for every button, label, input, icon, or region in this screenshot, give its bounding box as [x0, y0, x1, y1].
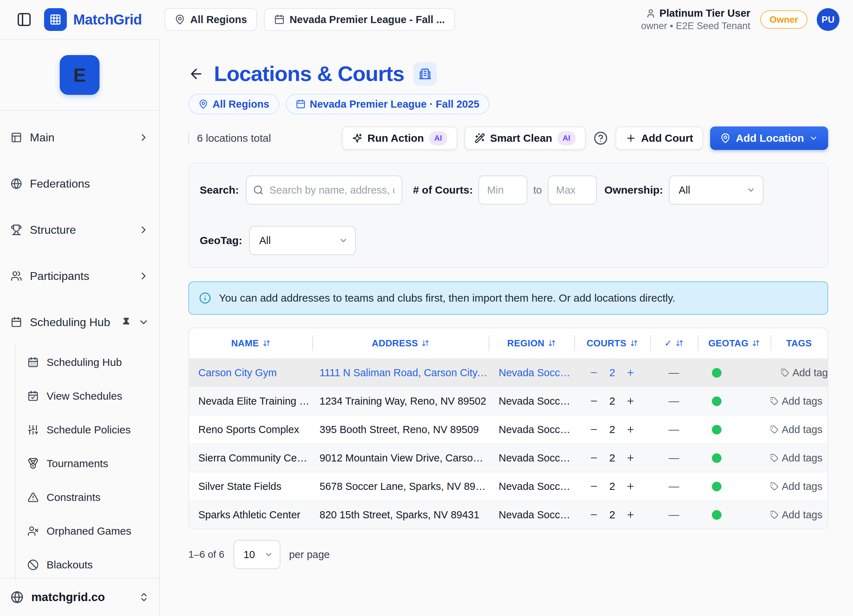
- courts-count: 2: [609, 480, 615, 492]
- increase-courts-button[interactable]: [626, 368, 635, 377]
- sidebar-subitem-constraints[interactable]: Constraints: [16, 480, 159, 514]
- sidebar-subitem-orphaned-games[interactable]: Orphaned Games: [16, 514, 159, 548]
- location-region-link[interactable]: Nevada Soccer ...: [489, 481, 574, 492]
- courts-stepper: 2: [574, 452, 650, 464]
- geotag-status-dot[interactable]: [712, 510, 721, 520]
- tenant-logo[interactable]: E: [60, 55, 100, 95]
- smart-clean-button[interactable]: Smart Clean AI: [464, 126, 586, 150]
- increase-courts-button[interactable]: [626, 425, 635, 434]
- geotag-status-dot[interactable]: [712, 425, 721, 434]
- location-name-link[interactable]: Silver State Fields: [189, 481, 313, 492]
- season-selector-pill[interactable]: Nevada Premier League - Fall ...: [264, 8, 455, 31]
- geotag-status-dot[interactable]: [712, 453, 721, 463]
- add-tags-button[interactable]: Add tags: [771, 509, 823, 521]
- sidebar-subitem-blackouts[interactable]: Blackouts: [16, 548, 159, 581]
- sidebar-subitem-tournaments[interactable]: Tournaments: [16, 446, 159, 480]
- geotag-status-dot[interactable]: [712, 368, 721, 378]
- geotag-status-dot[interactable]: [712, 397, 721, 406]
- location-region-link[interactable]: Nevada Soccer ...: [489, 509, 574, 521]
- avatar[interactable]: PU: [817, 8, 839, 31]
- column-header-verified[interactable]: ✓: [650, 328, 698, 358]
- table-row[interactable]: Carson City Gym1111 N Saliman Road, Cars…: [189, 358, 827, 386]
- sidebar-subitem-view-schedules[interactable]: View Schedules: [16, 379, 159, 413]
- pin-icon[interactable]: [121, 317, 132, 327]
- sidebar-item-federations[interactable]: Federations: [0, 160, 159, 207]
- courts-count: 2: [609, 366, 615, 379]
- decrease-courts-button[interactable]: [589, 510, 598, 519]
- column-header-courts[interactable]: COURTS: [574, 328, 650, 358]
- decrease-courts-button[interactable]: [589, 453, 598, 463]
- geotag-label: GeoTag:: [200, 235, 242, 247]
- location-address-link[interactable]: 1234 Training Way, Reno, NV 89502: [313, 395, 489, 407]
- verified-empty-dash: —: [669, 480, 679, 492]
- location-name-link[interactable]: Sparks Athletic Center: [189, 509, 313, 521]
- sidebar-item-structure[interactable]: Structure: [0, 207, 159, 253]
- column-header-tags[interactable]: TAGS: [771, 328, 827, 358]
- add-tags-button[interactable]: Add tags: [781, 367, 828, 379]
- sidebar-item-scheduling-hub[interactable]: Scheduling Hub: [0, 299, 159, 345]
- per-page-select[interactable]: 10: [234, 540, 281, 569]
- back-button[interactable]: [188, 66, 204, 82]
- location-address-link[interactable]: 9012 Mountain View Drive, Carson City, .…: [313, 452, 489, 464]
- decrease-courts-button[interactable]: [589, 397, 598, 406]
- add-tags-button[interactable]: Add tags: [771, 452, 823, 464]
- column-header-name[interactable]: NAME: [189, 328, 313, 358]
- run-action-button[interactable]: Run Action AI: [342, 126, 457, 150]
- location-region-link[interactable]: Nevada Soccer ...: [489, 395, 574, 407]
- season-scope-chip[interactable]: Nevada Premier League · Fall 2025: [286, 94, 489, 114]
- trophy-icon: [11, 224, 22, 236]
- region-scope-chip[interactable]: All Regions: [188, 94, 279, 114]
- plus-icon: [626, 510, 635, 519]
- column-header-region[interactable]: REGION: [489, 328, 574, 358]
- geotag-select[interactable]: All: [249, 226, 356, 255]
- sidebar-item-main[interactable]: Main: [0, 114, 159, 160]
- add-court-button[interactable]: Add Court: [616, 126, 703, 150]
- location-region-link[interactable]: Nevada Soccer ...: [489, 452, 574, 464]
- location-address-link[interactable]: 1111 N Saliman Road, Carson City, NV 897…: [313, 367, 489, 379]
- app-logo[interactable]: [44, 8, 67, 31]
- table-row[interactable]: Sierra Community Center9012 Mountain Vie…: [189, 443, 827, 472]
- decrease-courts-button[interactable]: [589, 482, 598, 491]
- table-row[interactable]: Reno Sports Complex395 Booth Street, Ren…: [189, 415, 827, 443]
- search-input[interactable]: [246, 176, 402, 204]
- location-name-link[interactable]: Reno Sports Complex: [189, 424, 313, 436]
- table-row[interactable]: Sparks Athletic Center820 15th Street, S…: [189, 500, 827, 528]
- location-address-link[interactable]: 5678 Soccer Lane, Sparks, NV 89434: [313, 481, 489, 492]
- sidebar-item-participants[interactable]: Participants: [0, 253, 159, 299]
- location-name-link[interactable]: Nevada Elite Training Center: [189, 395, 313, 407]
- location-address-link[interactable]: 395 Booth Street, Reno, NV 89509: [313, 424, 489, 436]
- location-name-link[interactable]: Sierra Community Center: [189, 452, 313, 464]
- location-address-link[interactable]: 820 15th Street, Sparks, NV 89431: [313, 509, 489, 521]
- geotag-cell: [698, 482, 771, 491]
- location-region-link[interactable]: Nevada Soccer ...: [489, 367, 574, 379]
- location-name-link[interactable]: Carson City Gym: [189, 367, 313, 379]
- table-row[interactable]: Nevada Elite Training Center1234 Trainin…: [189, 386, 827, 415]
- help-button[interactable]: [593, 131, 609, 145]
- add-tags-button[interactable]: Add tags: [771, 481, 823, 492]
- user-info[interactable]: Platinum Tier User owner • E2E Seed Tena…: [641, 8, 750, 32]
- column-header-address[interactable]: ADDRESS: [313, 328, 489, 358]
- courts-max-input[interactable]: [548, 176, 597, 204]
- sidebar-subitem-scheduling-hub[interactable]: Scheduling Hub: [16, 345, 159, 379]
- sidebar-subitem-schedule-policies[interactable]: Schedule Policies: [16, 413, 159, 446]
- courts-min-input[interactable]: [478, 176, 527, 204]
- decrease-courts-button[interactable]: [589, 368, 598, 377]
- geotag-status-dot[interactable]: [712, 482, 721, 491]
- sidebar-toggle-button[interactable]: [16, 12, 32, 27]
- ownership-select[interactable]: All: [669, 176, 763, 204]
- add-location-button[interactable]: Add Location: [710, 126, 828, 150]
- region-selector-pill[interactable]: All Regions: [165, 8, 257, 31]
- add-tags-button[interactable]: Add tags: [771, 424, 823, 436]
- add-tags-button[interactable]: Add tags: [771, 395, 823, 407]
- increase-courts-button[interactable]: [626, 510, 635, 519]
- increase-courts-button[interactable]: [626, 453, 635, 463]
- locations-icon-chip[interactable]: [413, 62, 437, 86]
- location-region-link[interactable]: Nevada Soccer ...: [489, 424, 574, 436]
- verified-empty-dash: —: [669, 395, 679, 407]
- column-header-geotag[interactable]: GEOTAG: [698, 328, 771, 358]
- increase-courts-button[interactable]: [626, 397, 635, 406]
- tenant-switcher[interactable]: matchgrid.co: [0, 578, 159, 616]
- decrease-courts-button[interactable]: [589, 425, 598, 434]
- table-row[interactable]: Silver State Fields5678 Soccer Lane, Spa…: [189, 472, 827, 500]
- increase-courts-button[interactable]: [626, 482, 635, 491]
